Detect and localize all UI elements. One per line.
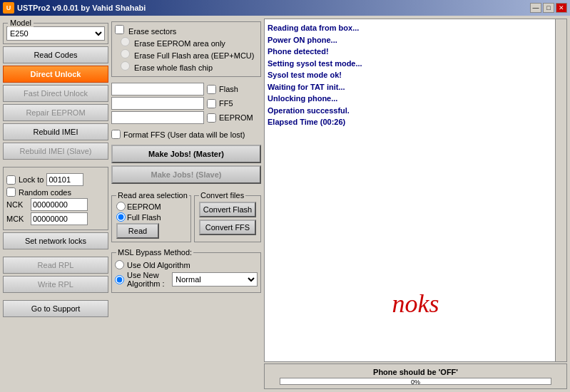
model-group: Model E250 E200 E100 E300 [3, 23, 108, 44]
algo-select[interactable]: Normal Fast Slow [172, 272, 258, 287]
read-rpl-button[interactable]: Read RPL [3, 257, 108, 274]
erase-whole-flash-radio[interactable] [121, 61, 130, 71]
mck-input[interactable] [31, 212, 88, 225]
read-eeprom-radio[interactable] [116, 202, 126, 211]
rebuild-imei-button[interactable]: Rebuild IMEI [3, 123, 108, 140]
ff5-file-input[interactable] [111, 97, 204, 110]
lock-group: Lock to Random codes NCK MCK [3, 167, 108, 230]
convert-ffs-button[interactable]: Convert FFS [199, 220, 256, 235]
erase-sectors-label: Erase sectors [115, 25, 258, 36]
random-codes-label: Random codes [19, 188, 71, 197]
read-area-group: Read area selection EEPROM Full Flash Re… [111, 195, 191, 242]
read-convert-row: Read area selection EEPROM Full Flash Re… [111, 190, 261, 242]
old-algo-label: Use Old Algorithm [127, 261, 190, 269]
status-text: Phone should be 'OFF' [373, 368, 458, 376]
read-full-flash-label: Full Flash [127, 213, 161, 222]
random-codes-checkbox[interactable] [6, 187, 16, 197]
format-ffs-row: Format FFS (User data will be lost) [111, 130, 261, 139]
make-jobs-slave-button[interactable]: Make Jobs! (Slave) [111, 165, 261, 184]
eeprom-label: EEPROM [219, 113, 251, 122]
log-scrollbar[interactable] [555, 19, 566, 361]
log-text: Reading data from box...Power ON phone..… [268, 22, 564, 128]
app-icon: U [3, 2, 14, 14]
noks-text: noks [392, 289, 439, 319]
ff5-label: FF5 [219, 99, 251, 108]
lock-to-label: Lock to [19, 175, 44, 184]
flash-file-input[interactable] [111, 83, 204, 96]
close-button[interactable]: ✕ [556, 3, 567, 13]
erase-eeprom-radio[interactable] [121, 37, 130, 46]
mck-label: MCK [6, 215, 28, 223]
progress-label: 0% [280, 378, 551, 386]
repair-eeprom-button[interactable]: Repair EEPROM [3, 104, 108, 121]
set-network-locks-button[interactable]: Set network locks [3, 232, 108, 249]
left-panel: Model E250 E200 E100 E300 Read Codes Dir… [3, 19, 108, 389]
status-bar: Phone should be 'OFF' 0% [264, 363, 567, 389]
ff5-checkbox[interactable] [207, 99, 216, 108]
right-panel: Reading data from box...Power ON phone..… [264, 19, 567, 389]
read-codes-button[interactable]: Read Codes [3, 46, 108, 63]
erase-whole-flash-label: Erase whole flash chip [115, 61, 258, 72]
read-eeprom-label: EEPROM [127, 202, 161, 211]
eeprom-file-input[interactable] [111, 111, 204, 124]
read-button[interactable]: Read [116, 223, 159, 239]
title-bar: U USTPro2 v9.0.01 by Vahid Shahabi — □ ✕ [0, 0, 570, 16]
erase-full-flash-radio[interactable] [121, 49, 130, 58]
log-area: Reading data from box...Power ON phone..… [264, 19, 567, 362]
minimize-button[interactable]: — [530, 3, 541, 13]
nck-label: NCK [6, 200, 28, 209]
msl-group: MSL Bypass Method: Use Old Algorithm Use… [111, 252, 261, 293]
lock-to-input[interactable] [46, 173, 83, 186]
make-jobs-master-button[interactable]: Make Jobs! (Master) [111, 145, 261, 163]
model-group-label: Model [8, 19, 34, 27]
new-algo-label: Use New Algorithm : [127, 271, 169, 288]
flash-label: Flash [219, 85, 251, 93]
erase-full-flash-label: Erase Full Flash area (EEP+MCU) [115, 49, 258, 60]
erase-sectors-checkbox[interactable] [115, 25, 124, 34]
read-full-flash-radio[interactable] [116, 212, 126, 222]
eeprom-checkbox[interactable] [207, 113, 216, 123]
flash-checkbox[interactable] [207, 85, 216, 94]
app-title: USTPro2 v9.0.01 by Vahid Shahabi [17, 4, 146, 12]
make-jobs-group: Make Jobs! (Master) Make Jobs! (Slave) [111, 145, 261, 184]
new-algo-radio[interactable] [115, 275, 124, 284]
old-algo-radio[interactable] [115, 260, 124, 269]
middle-panel: Erase sectors Erase EEPROM area only Era… [111, 19, 261, 389]
convert-files-group: Convert files Convert Flash Convert FFS [194, 195, 261, 242]
rebuild-imei-slave-button[interactable]: Rebuild IMEI (Slave) [3, 143, 108, 160]
go-to-support-button[interactable]: Go to Support [3, 300, 108, 317]
model-select[interactable]: E250 E200 E100 E300 [6, 26, 105, 41]
write-rpl-button[interactable]: Write RPL [3, 276, 108, 293]
direct-unlock-button[interactable]: Direct Unlock [3, 66, 108, 83]
convert-flash-button[interactable]: Convert Flash [199, 202, 256, 217]
nck-input[interactable] [31, 198, 88, 211]
erase-eeprom-label: Erase EEPROM area only [115, 37, 258, 48]
flash-file-group: Flash FF5 EEPROM [111, 83, 261, 124]
progress-bar-outer: 0% [280, 378, 551, 385]
fast-direct-button[interactable]: Fast Direct Unlock [3, 85, 108, 102]
lock-to-checkbox[interactable] [6, 175, 16, 185]
maximize-button[interactable]: □ [543, 3, 554, 13]
msl-group-label: MSL Bypass Method: [116, 248, 193, 257]
erase-group: Erase sectors Erase EEPROM area only Era… [111, 21, 261, 77]
read-area-group-label: Read area selection [116, 191, 189, 200]
format-ffs-checkbox[interactable] [111, 130, 121, 139]
convert-files-group-label: Convert files [199, 191, 245, 200]
format-ffs-label: Format FFS (User data will be lost) [123, 130, 245, 139]
